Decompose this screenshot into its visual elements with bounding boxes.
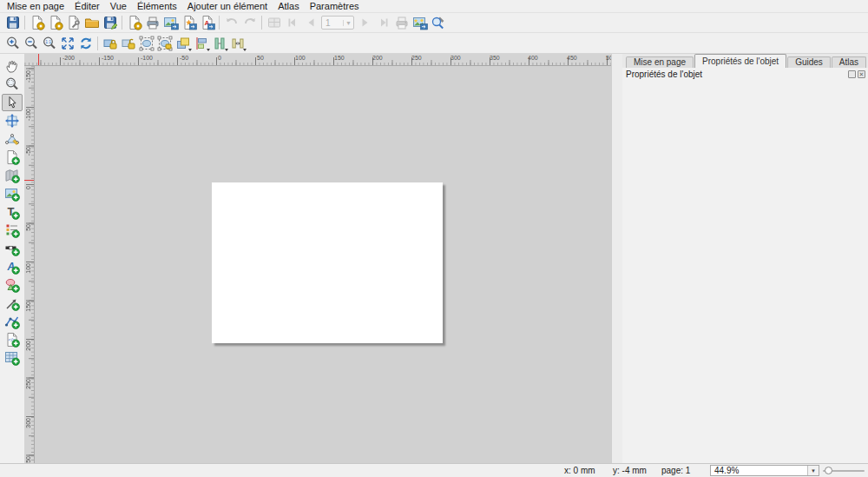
dock-tab-atlas[interactable]: Atlas	[832, 56, 866, 68]
page-setup-button[interactable]	[125, 13, 143, 32]
menu-item-atlas[interactable]: Atlas	[273, 0, 304, 12]
zoom-actual-button[interactable]	[40, 34, 58, 53]
preview-atlas-icon	[266, 15, 282, 30]
move-item-content-button[interactable]	[2, 112, 23, 129]
panel-header: Propriétés de l'objet ✕	[622, 68, 868, 80]
menu-item-elements[interactable]: Éléments	[132, 0, 182, 12]
menu-item-mise-en-page[interactable]: Mise en page	[2, 0, 69, 12]
add-page-icon	[4, 149, 20, 165]
chevron-down-icon: ▼	[343, 20, 353, 26]
vertical-ruler[interactable]: -150-100-50050100150200250300350	[24, 66, 35, 463]
previous-feature-button[interactable]	[301, 13, 319, 32]
v-ruler-label: 50	[25, 224, 31, 231]
zoom-level-combo[interactable]: 44.9% ▼	[710, 465, 819, 476]
first-feature-button[interactable]	[283, 13, 301, 32]
h-ruler-label: 300	[450, 55, 461, 61]
status-bar: x: 0 mm y: -4 mm page: 1 44.9% ▼	[0, 463, 868, 477]
move-item-content-icon	[4, 113, 20, 129]
zoom-slider[interactable]	[823, 464, 865, 477]
print-button[interactable]	[143, 13, 161, 32]
add-north-arrow-button[interactable]	[2, 258, 23, 275]
group-items-button[interactable]	[137, 34, 155, 53]
chevron-down-icon[interactable]: ▼	[807, 466, 819, 475]
export-atlas-image-button[interactable]	[411, 13, 429, 32]
menu-item-editer[interactable]: Éditer	[69, 0, 105, 12]
toolbar-separator	[24, 16, 25, 30]
raise-selected-items-button[interactable]	[174, 34, 192, 53]
zoom-tool-button[interactable]	[2, 76, 23, 93]
horizontal-ruler[interactable]: -200-150-100-500501001502002503003504004…	[24, 54, 611, 66]
export-pdf-button[interactable]	[198, 13, 216, 32]
menu-item-ajouter-un-element[interactable]: Ajouter un élément	[182, 0, 273, 12]
zoom-slider-handle[interactable]	[825, 467, 832, 474]
zoom-out-button[interactable]	[22, 34, 40, 53]
layout-manager-button[interactable]	[64, 13, 82, 32]
zoom-in-button[interactable]	[3, 34, 22, 53]
h-ruler-label: -100	[141, 55, 153, 61]
export-image-button[interactable]	[161, 13, 180, 32]
toolbar-view-items	[0, 33, 868, 54]
add-legend-button[interactable]	[2, 222, 23, 239]
zoom-full-button[interactable]	[58, 34, 76, 53]
select-move-item-button[interactable]	[2, 94, 23, 111]
duplicate-layout-button[interactable]	[46, 13, 64, 32]
v-ruler-label: 150	[25, 301, 31, 312]
pan-layout-button[interactable]	[2, 57, 23, 75]
ruler-cursor-marker-y	[24, 180, 35, 181]
lock-selected-items-button[interactable]	[101, 34, 119, 53]
refresh-view-button[interactable]	[76, 34, 95, 53]
v-ruler-label: 100	[25, 263, 31, 274]
save-project-button[interactable]	[3, 13, 22, 32]
add-arrow-button[interactable]	[2, 295, 23, 312]
add-shape-button[interactable]	[2, 276, 23, 294]
atlas-feature-combo[interactable]: 1▼	[321, 16, 354, 30]
group-items-icon	[139, 36, 155, 51]
add-html-button[interactable]	[2, 331, 23, 348]
resize-items-button[interactable]	[228, 34, 247, 53]
last-feature-button[interactable]	[374, 13, 392, 32]
save-as-template-button[interactable]	[101, 13, 119, 32]
v-ruler-label: 300	[25, 418, 31, 428]
preview-atlas-button[interactable]	[265, 13, 283, 32]
dock-tab-proprietes-de-lobjet[interactable]: Propriétés de l'objet	[694, 54, 786, 68]
add-picture-button[interactable]	[2, 185, 23, 202]
add-node-item-button[interactable]	[2, 313, 23, 330]
dock-tab-guides[interactable]: Guides	[787, 56, 831, 68]
add-page-button[interactable]	[2, 149, 23, 166]
add-map-button[interactable]	[2, 167, 23, 184]
load-from-template-button[interactable]	[82, 13, 101, 32]
v-ruler-label: -150	[25, 70, 31, 83]
v-ruler-label: -100	[25, 109, 31, 121]
align-selected-items-button[interactable]	[192, 34, 210, 53]
toolbar-layout-actions: 1▼	[0, 13, 868, 33]
panel-close-icon[interactable]: ✕	[858, 70, 865, 78]
h-ruler-label: 500	[606, 55, 611, 61]
panel-splitter[interactable]	[612, 54, 622, 463]
next-feature-button[interactable]	[356, 13, 374, 32]
layout-canvas[interactable]	[35, 66, 611, 463]
add-scalebar-icon	[4, 241, 20, 256]
redo-button[interactable]	[240, 13, 259, 32]
panel-float-icon[interactable]	[848, 70, 856, 78]
dropdown-arrow-icon[interactable]	[243, 49, 247, 51]
menu-item-vue[interactable]: Vue	[105, 0, 132, 12]
print-atlas-button[interactable]	[392, 13, 411, 32]
edit-nodes-item-button[interactable]	[2, 130, 23, 148]
new-layout-button[interactable]	[28, 13, 46, 32]
v-ruler-label: 350	[25, 456, 31, 463]
menu-item-parametres[interactable]: Paramètres	[305, 0, 365, 12]
add-scalebar-button[interactable]	[2, 240, 23, 257]
toolbar-separator	[219, 16, 220, 30]
distribute-items-button[interactable]	[210, 34, 228, 53]
dock-tab-mise-en-page[interactable]: Mise en page	[626, 56, 694, 68]
add-attribute-table-button[interactable]	[2, 349, 23, 367]
status-page-number: page: 1	[661, 466, 690, 475]
zoom-actual-icon	[42, 36, 57, 51]
unlock-all-items-button[interactable]	[119, 34, 137, 53]
export-svg-button[interactable]	[180, 13, 198, 32]
undo-button[interactable]	[222, 13, 240, 32]
atlas-feature-value: 1	[322, 18, 343, 28]
atlas-settings-button[interactable]	[429, 13, 447, 32]
ungroup-items-button[interactable]	[155, 34, 174, 53]
add-label-button[interactable]	[2, 203, 23, 221]
